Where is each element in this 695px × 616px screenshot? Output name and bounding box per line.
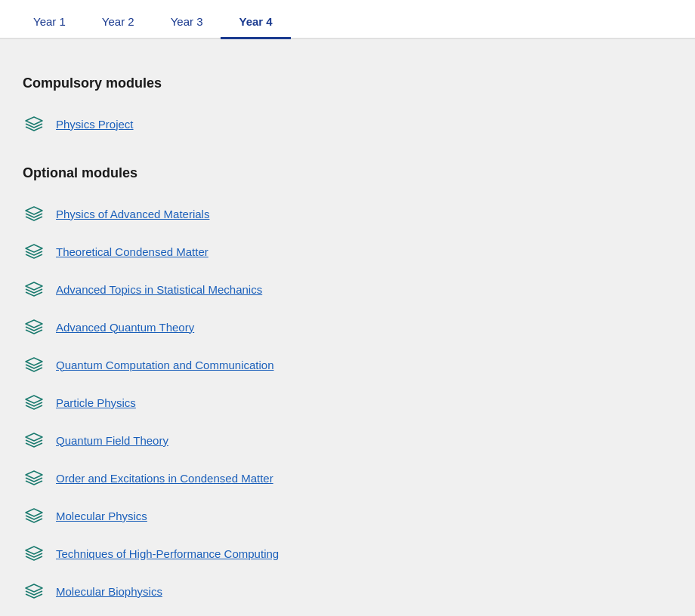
module-link-advanced-quantum-theory[interactable]: Advanced Quantum Theory <box>56 321 194 334</box>
tab-year3[interactable]: Year 3 <box>153 5 221 39</box>
tabs-bar: Year 1Year 2Year 3Year 4 <box>0 0 695 39</box>
svg-marker-9 <box>26 509 42 516</box>
module-link-quantum-field-theory[interactable]: Quantum Field Theory <box>56 434 168 447</box>
svg-marker-7 <box>26 433 42 441</box>
module-stack-icon <box>23 240 45 263</box>
module-link-physics-advanced-materials[interactable]: Physics of Advanced Materials <box>56 208 209 220</box>
list-item: Atom and Photon Physics <box>23 610 672 616</box>
svg-marker-8 <box>26 471 42 479</box>
module-link-physics-project[interactable]: Physics Project <box>56 118 134 131</box>
module-link-particle-physics[interactable]: Particle Physics <box>56 396 136 409</box>
module-stack-icon <box>23 278 45 300</box>
list-item: Particle Physics <box>23 383 672 421</box>
tab-year4[interactable]: Year 4 <box>221 5 290 39</box>
module-stack-icon <box>23 391 45 414</box>
list-item: Physics of Advanced Materials <box>23 195 672 233</box>
list-item: Molecular Biophysics <box>23 572 672 610</box>
svg-marker-6 <box>26 396 42 403</box>
svg-marker-11 <box>26 584 42 592</box>
compulsory-module-list: Physics Project <box>23 105 672 143</box>
compulsory-heading: Compulsory modules <box>23 75 672 91</box>
svg-marker-10 <box>26 547 42 554</box>
list-item: Advanced Topics in Statistical Mechanics <box>23 270 672 308</box>
module-stack-icon <box>23 202 45 225</box>
module-link-techniques-high-performance-computing[interactable]: Techniques of High-Performance Computing <box>56 547 279 560</box>
list-item: Quantum Field Theory <box>23 421 672 459</box>
module-link-quantum-computation-communication[interactable]: Quantum Computation and Communication <box>56 359 274 371</box>
optional-heading: Optional modules <box>23 165 672 181</box>
tab-year1[interactable]: Year 1 <box>15 5 84 39</box>
svg-marker-1 <box>26 207 42 214</box>
svg-marker-2 <box>26 245 42 252</box>
list-item: Quantum Computation and Communication <box>23 346 672 383</box>
module-stack-icon <box>23 112 45 135</box>
optional-module-list: Physics of Advanced Materials Theoretica… <box>23 195 672 616</box>
tab-year2[interactable]: Year 2 <box>84 5 153 39</box>
module-link-order-excitations-condensed-matter[interactable]: Order and Excitations in Condensed Matte… <box>56 472 273 485</box>
list-item: Advanced Quantum Theory <box>23 308 672 346</box>
module-stack-icon <box>23 429 45 451</box>
module-link-molecular-biophysics[interactable]: Molecular Biophysics <box>56 585 162 598</box>
module-stack-icon <box>23 316 45 338</box>
module-link-molecular-physics[interactable]: Molecular Physics <box>56 510 147 522</box>
module-stack-icon <box>23 580 45 602</box>
module-link-advanced-topics-statistical-mechanics[interactable]: Advanced Topics in Statistical Mechanics <box>56 283 262 296</box>
compulsory-section: Compulsory modules Physics Project <box>23 75 672 143</box>
module-stack-icon <box>23 504 45 527</box>
module-stack-icon <box>23 467 45 489</box>
module-link-theoretical-condensed-matter[interactable]: Theoretical Condensed Matter <box>56 245 208 258</box>
list-item: Order and Excitations in Condensed Matte… <box>23 459 672 497</box>
list-item: Theoretical Condensed Matter <box>23 233 672 270</box>
svg-marker-4 <box>26 320 42 328</box>
list-item: Physics Project <box>23 105 672 143</box>
module-stack-icon <box>23 542 45 565</box>
svg-marker-5 <box>26 358 42 365</box>
content-area: Compulsory modules Physics Project Optio… <box>0 39 695 616</box>
svg-marker-3 <box>26 282 42 290</box>
svg-marker-0 <box>26 117 42 125</box>
list-item: Techniques of High-Performance Computing <box>23 534 672 572</box>
list-item: Molecular Physics <box>23 497 672 534</box>
module-stack-icon <box>23 353 45 376</box>
optional-section: Optional modules Physics of Advanced Mat… <box>23 165 672 616</box>
